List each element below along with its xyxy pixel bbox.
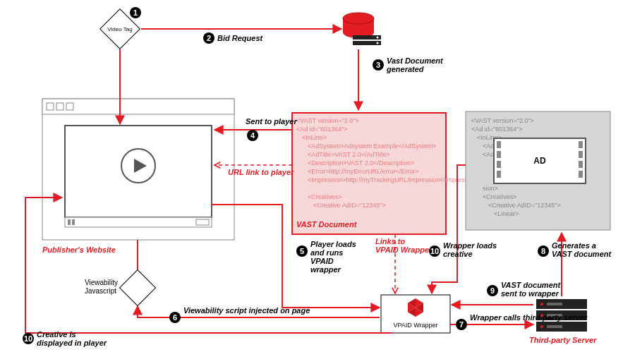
svg-rect-10: [72, 219, 75, 225]
third-party-server-label: Third-party Server: [529, 336, 597, 344]
step-10b-label-l2: displayed in player: [37, 339, 107, 347]
svg-text:<InLine>: <InLine>: [302, 134, 327, 141]
step-10a-num: 10: [430, 247, 439, 255]
video-tag-label: Video Tag: [107, 26, 132, 32]
step-10b-label-l1: Creative is: [37, 330, 76, 339]
svg-point-60: [540, 325, 543, 328]
svg-rect-47: [497, 161, 501, 168]
third-party-ad-window: <VAST version="2.0"> <Ad id="601364"> <I…: [466, 111, 610, 230]
links-vpaid-l1: Links to: [375, 237, 405, 245]
step-9-num: 9: [490, 286, 495, 295]
svg-rect-9: [68, 219, 71, 225]
step-5-label-l1: Player loads: [310, 240, 356, 248]
svg-text:<Ad id="601364">: <Ad id="601364">: [471, 126, 523, 133]
vast-doc-title: VAST Document: [296, 220, 358, 229]
step-5-label-l2: and runs: [310, 248, 343, 257]
step-5-label-l3: VPAID: [310, 257, 334, 265]
step-8-num: 8: [541, 247, 545, 255]
step-8-label-l2: VAST document: [552, 250, 612, 258]
svg-text:<VAST version="2.0">: <VAST version="2.0">: [471, 117, 534, 124]
ad-label: AD: [533, 156, 546, 166]
viewability-l2: Javascript: [85, 287, 116, 295]
svg-rect-57: [547, 303, 562, 305]
svg-rect-48: [497, 171, 501, 178]
svg-text:<Ad id="601364">: <Ad id="601364">: [296, 126, 348, 133]
svg-text:<Creative AdID="12345">: <Creative AdID="12345">: [313, 202, 386, 209]
svg-rect-2: [42, 99, 234, 114]
step-3-label-l2: generated: [386, 65, 424, 73]
step-9-label-l1: VAST document: [501, 281, 561, 289]
step-6-num: 6: [173, 313, 177, 322]
svg-text:<Impression>http://myTrackingU: <Impression>http://myTrackingURL/impress…: [308, 176, 480, 183]
svg-rect-45: [497, 141, 501, 148]
svg-text:<Linear>: <Linear>: [494, 210, 519, 217]
step-4-label: Sent to player: [246, 117, 297, 126]
step-10b-num: 10: [24, 334, 32, 343]
svg-point-19: [377, 37, 379, 39]
svg-rect-49: [579, 141, 583, 148]
step-3-label-l1: Vast Document: [387, 56, 444, 65]
svg-point-56: [540, 303, 543, 305]
svg-rect-50: [579, 151, 583, 158]
vpaid-wrapper-label: VPAID Wrapper: [393, 322, 437, 329]
svg-text:<Creative AdID="12345">: <Creative AdID="12345">: [488, 202, 561, 209]
publisher-label: Publisher's Website: [42, 245, 116, 254]
step-2-num: 2: [207, 34, 211, 42]
step-4-num: 4: [250, 131, 255, 140]
svg-rect-61: [547, 325, 562, 328]
svg-rect-46: [497, 151, 501, 158]
svg-point-20: [377, 42, 379, 44]
step-9-label-l2: sent to wrapper: [501, 289, 560, 298]
svg-text:sion>: sion>: [483, 185, 498, 192]
vpaid-wrapper: VPAID Wrapper: [381, 295, 450, 333]
step-6-label: Viewability script injected on page: [183, 306, 310, 315]
svg-text:<AdTitle>VAST 2.0</AdTitle>: <AdTitle>VAST 2.0</AdTitle>: [308, 151, 390, 158]
step-5-num: 5: [300, 247, 304, 255]
svg-rect-51: [579, 161, 583, 168]
svg-text:<Error>http://myErrorURL/error: <Error>http://myErrorURL/error</Error>: [308, 168, 419, 175]
step-10a-label-l2: creative: [443, 250, 473, 258]
step-10a-label-l1: Wrapper loads: [443, 241, 497, 250]
third-party-server-icon: Third-party Server: [529, 299, 597, 344]
svg-rect-8: [65, 217, 212, 227]
svg-text:<Description>VAST 2.0</Descrip: <Description>VAST 2.0</Description>: [308, 159, 414, 166]
publisher-website: Publisher's Website: [42, 99, 234, 254]
url-link-label: URL link to player: [228, 168, 294, 176]
step-7-label: Wrapper calls third-party server: [470, 313, 588, 322]
step-8-label-l1: Generates a: [552, 241, 596, 250]
step-3-num: 3: [376, 61, 380, 69]
viewability-l1: Viewability: [85, 279, 118, 286]
svg-text:<Creatives>: <Creatives>: [483, 193, 517, 200]
step-7-num: 7: [459, 320, 464, 329]
links-vpaid-l2: VPAID Wrapper: [375, 245, 433, 254]
step-5-label-l4: wrapper: [310, 265, 341, 274]
svg-rect-52: [579, 171, 583, 178]
svg-text:<VAST version="2.0">: <VAST version="2.0">: [296, 117, 359, 124]
svg-text:<Creatives>: <Creatives>: [308, 193, 342, 200]
svg-text:<AdSystem>Adsystem Example</Ad: <AdSystem>Adsystem Example</AdSystem>: [308, 142, 437, 150]
step-1-num: 1: [133, 8, 138, 17]
step-2-label: Bid Request: [217, 34, 264, 42]
